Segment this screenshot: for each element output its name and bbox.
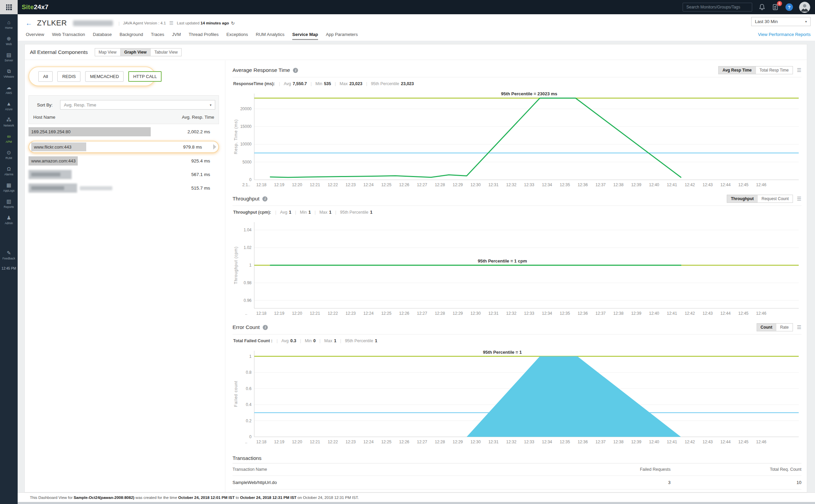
tab-overview[interactable]: Overview <box>26 32 44 40</box>
user-avatar[interactable] <box>799 2 810 13</box>
tab-traces[interactable]: Traces <box>151 32 164 40</box>
svg-text:0.98: 0.98 <box>244 280 252 285</box>
server-icon: ▤ <box>6 52 11 58</box>
count-toggle-button[interactable]: Count <box>757 324 777 331</box>
svg-text:12:44: 12:44 <box>720 311 730 316</box>
avg-resp-time-toggle-button[interactable]: Avg Resp Time <box>719 66 756 74</box>
sidebar-item-applogs[interactable]: ▦AppLogs <box>0 179 18 195</box>
grid-icon <box>6 4 12 10</box>
chart-menu-icon[interactable]: ☰ <box>797 67 801 73</box>
svg-text:12:42: 12:42 <box>685 311 695 316</box>
svg-text:1: 1 <box>249 354 252 359</box>
host-row-selected[interactable]: www.flickr.com:443 979.8 ms <box>29 141 219 153</box>
throughput-toggle-button[interactable]: Throughput <box>727 195 758 202</box>
map-view-button[interactable]: Map View <box>95 49 121 56</box>
host-row[interactable]: 567.1 ms <box>29 170 219 179</box>
svg-text:1: 1 <box>249 263 252 268</box>
notifications-bell-icon[interactable] <box>758 3 766 11</box>
svg-text:12:22: 12:22 <box>328 311 338 316</box>
hamburger-icon[interactable]: ☰ <box>169 20 174 26</box>
svg-text:Resp. Time (ms): Resp. Time (ms) <box>234 119 238 154</box>
tab-exceptions[interactable]: Exceptions <box>226 32 248 40</box>
help-icon[interactable]: ? <box>785 3 793 11</box>
sidebar-item-vmware[interactable]: ⧉VMware <box>0 65 18 81</box>
sidebar-item-azure[interactable]: ▲Azure <box>0 98 18 114</box>
host-row[interactable]: 169.254.169.254:80 2,002.2 ms <box>29 127 219 136</box>
svg-text:12:38: 12:38 <box>613 440 624 444</box>
app-grid-button[interactable] <box>0 0 18 14</box>
svg-text:2:1..: 2:1.. <box>242 182 250 187</box>
filter-redis-button[interactable]: REDIS <box>57 71 80 82</box>
sidebar-item-apm[interactable]: ∞APM <box>0 130 18 147</box>
svg-text:12:34: 12:34 <box>542 182 552 187</box>
host-row[interactable]: 515.7 ms <box>29 183 219 193</box>
request-count-toggle-button[interactable]: Request Count <box>758 195 792 202</box>
tab-background[interactable]: Background <box>119 32 143 40</box>
svg-text:12:19: 12:19 <box>274 182 284 187</box>
view-performance-reports-link[interactable]: View Performance Reports <box>758 32 811 40</box>
response-time-bar-redacted <box>29 183 77 193</box>
throughput-section: Throughput Throughput Request Count ☰ Th <box>233 194 801 317</box>
svg-text:12:46: 12:46 <box>756 182 766 187</box>
throughput-toggle: Throughput Request Count <box>727 195 793 203</box>
back-arrow-icon[interactable]: ← <box>25 20 32 26</box>
response-time-bar-redacted <box>29 170 72 179</box>
tab-jvm[interactable]: JVM <box>172 32 181 40</box>
sidebar-item-home[interactable]: ⌂Home <box>0 16 18 33</box>
tab-thread-profiles[interactable]: Thread Profiles <box>189 32 219 40</box>
tab-rum-analytics[interactable]: RUM Analytics <box>256 32 285 40</box>
svg-text:0.2: 0.2 <box>246 419 252 423</box>
monitor-title: ZYLKER <box>37 19 67 27</box>
admin-icon: ♟ <box>6 215 11 220</box>
filter-http-call-button[interactable]: HTTP CALL <box>128 71 162 82</box>
tab-service-map[interactable]: Service Map <box>292 32 318 40</box>
tab-web-transaction[interactable]: Web Transaction <box>52 32 85 40</box>
sort-by-dropdown[interactable]: Avg. Resp. Time ▾ <box>60 100 215 110</box>
svg-text:12:46: 12:46 <box>756 440 766 444</box>
rate-toggle-button[interactable]: Rate <box>776 324 792 331</box>
sidebar-item-feedback[interactable]: ✎Feedback <box>0 247 18 263</box>
svg-text:Failed count: Failed count <box>234 381 238 407</box>
table-row[interactable]: SampleWeb/httpUrl.do 3 10 <box>233 476 801 489</box>
sidebar-item-admin[interactable]: ♟Admin <box>0 212 18 228</box>
graph-view-button[interactable]: Graph View <box>121 49 151 56</box>
svg-text:12:37: 12:37 <box>595 182 606 187</box>
svg-text:12:39: 12:39 <box>631 182 641 187</box>
host-row[interactable]: www.amazon.com:443 925.4 ms <box>29 156 219 166</box>
sidebar-item-server[interactable]: ▤Server <box>0 49 18 65</box>
redacted-text <box>80 186 112 190</box>
tab-app-parameters[interactable]: App Parameters <box>326 32 358 40</box>
sidebar-item-aws[interactable]: ☁AWS <box>0 81 18 98</box>
sidebar-item-web[interactable]: ⊕Web <box>0 33 18 49</box>
row-arrow-icon <box>213 144 216 150</box>
search-input[interactable] <box>683 3 752 12</box>
total-resp-time-toggle-button[interactable]: Total Resp Time <box>756 66 793 74</box>
sidebar-item-reports[interactable]: ▥Reports <box>0 195 18 212</box>
svg-text:95th Percentile = 1: 95th Percentile = 1 <box>483 350 522 355</box>
svg-text:95th Percentile = 1 cpm: 95th Percentile = 1 cpm <box>478 258 527 264</box>
svg-text:12:19: 12:19 <box>274 440 284 444</box>
tab-database[interactable]: Database <box>93 32 112 40</box>
svg-text:12:22: 12:22 <box>328 182 338 187</box>
refresh-icon[interactable]: ↻ <box>231 21 235 26</box>
stats-row: ResponseTime (ms): Avg7,550.7 Min535 Max… <box>233 79 801 89</box>
filter-all-button[interactable]: All <box>38 71 53 82</box>
svg-text:12:20: 12:20 <box>292 182 302 187</box>
chart-menu-icon[interactable]: ☰ <box>797 324 801 330</box>
agent-version-label: JAVA Agent Version : 4.1 <box>123 21 166 25</box>
stats-row: Total Failed Count : Avg0.3 Min0 Max1 95… <box>233 336 801 346</box>
tasks-icon[interactable]: 6 <box>772 3 779 11</box>
svg-text:12:36: 12:36 <box>578 311 588 316</box>
section-title: Error Count <box>233 324 260 330</box>
chart-menu-icon[interactable]: ☰ <box>797 196 801 202</box>
sidebar-item-rum[interactable]: ⊙RUM <box>0 147 18 163</box>
time-range-dropdown[interactable]: Last 30 Min ▾ <box>751 17 811 26</box>
svg-text:12:27: 12:27 <box>417 311 427 316</box>
filter-memcached-button[interactable]: MEMCACHED <box>85 71 124 82</box>
svg-text:12:38: 12:38 <box>613 182 624 187</box>
transactions-title: Transactions <box>233 453 801 463</box>
sort-box: Sort By: Avg. Resp. Time ▾ Host Name Avg… <box>29 95 219 124</box>
tabular-view-button[interactable]: Tabular View <box>151 49 181 56</box>
sidebar-item-alarms[interactable]: ΩAlarms <box>0 163 18 179</box>
sidebar-item-network[interactable]: ⁂Network <box>0 114 18 130</box>
